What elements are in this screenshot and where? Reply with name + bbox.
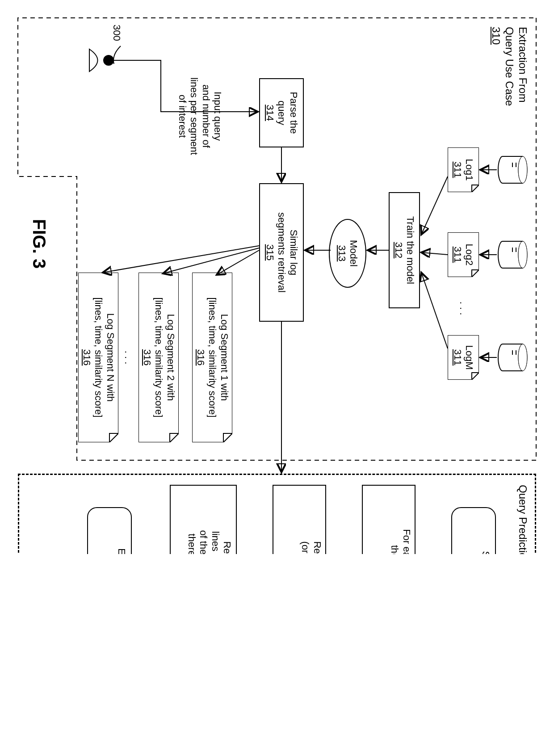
step-322: For each word in the query, compute the … bbox=[362, 485, 416, 554]
segment-N: Log Segment N with [lines, time, similar… bbox=[78, 273, 118, 442]
svg-line-23 bbox=[163, 248, 259, 273]
step-321: Start - Input: list of words parsed from… bbox=[451, 507, 496, 554]
left-title: Extraction From Query Use Case 310 bbox=[489, 27, 529, 106]
log-doc-1: Log1311 bbox=[448, 147, 479, 192]
user-ref: 300 bbox=[109, 25, 123, 66]
figure-label: FIG. 3 bbox=[29, 219, 49, 269]
log-doc-2: Log2311 bbox=[448, 232, 479, 277]
svg-line-18 bbox=[421, 273, 448, 349]
svg-line-24 bbox=[103, 246, 259, 273]
svg-point-1 bbox=[518, 156, 527, 183]
parse-box: Parse the query 314 bbox=[259, 78, 304, 147]
svg-point-0 bbox=[518, 156, 527, 183]
right-title: Query Prediction 320 bbox=[516, 485, 529, 554]
user-input-label: Input query and number of lines per segm… bbox=[176, 76, 223, 156]
svg-point-4 bbox=[518, 241, 527, 268]
step-325: End - Return the list of the retrieved s… bbox=[87, 507, 132, 554]
retrieval-box: Similar log segments retrieval 315 bbox=[259, 183, 304, 322]
train-box: Train the model 312 bbox=[389, 192, 420, 308]
svg-line-16 bbox=[421, 176, 448, 235]
step-324: Retrieve the log segments of N lines tha… bbox=[170, 485, 237, 554]
segment-2: Log Segment 2 with [lines, time, similar… bbox=[138, 273, 179, 442]
log-doc-M: LogM311 bbox=[448, 335, 479, 380]
svg-line-17 bbox=[421, 252, 448, 255]
segment-1: Log Segment 1 with [lines, time, similar… bbox=[192, 273, 232, 442]
model-node: Model 313 bbox=[329, 219, 366, 288]
segment-ellipsis: . . . bbox=[122, 344, 134, 371]
svg-point-9 bbox=[518, 344, 527, 371]
svg-point-5 bbox=[518, 241, 527, 268]
step-323: Represent the query averaging (or max) a… bbox=[273, 485, 326, 554]
log-ellipsis: . . . bbox=[457, 295, 469, 322]
svg-line-22 bbox=[217, 250, 259, 275]
svg-point-8 bbox=[518, 344, 527, 371]
